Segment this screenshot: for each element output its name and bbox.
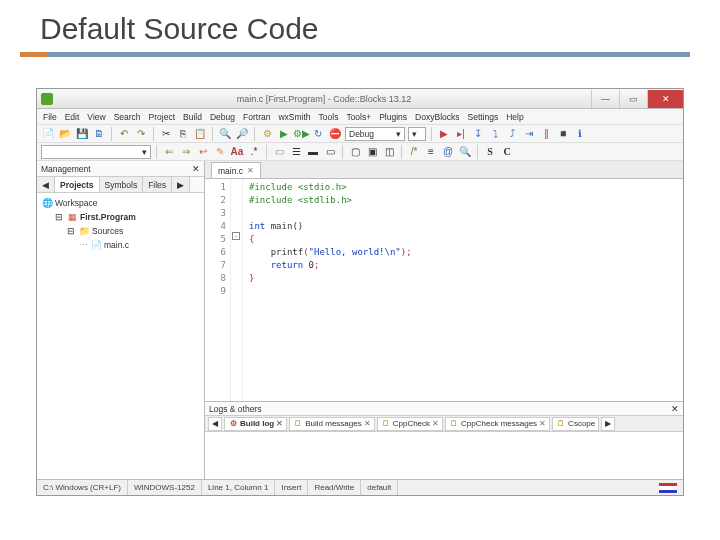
tab-cppcheck[interactable]: 🗒 CppCheck✕ [377,417,443,431]
menu-help[interactable]: Help [506,112,523,122]
search2-icon[interactable]: 🔍 [458,145,472,159]
menu-wxsmith[interactable]: wxSmith [278,112,310,122]
fold-toggle-icon[interactable]: - [232,232,240,240]
save-all-icon[interactable]: 🗎 [92,127,106,141]
find-icon[interactable]: 🔍 [218,127,232,141]
management-nav-prev[interactable]: ◀ [37,177,55,192]
logs-nav-prev[interactable]: ◀ [208,417,222,431]
project-tree[interactable]: 🌐 Workspace ⊟ ▦ First.Program ⊟ 📁 Source… [37,193,204,479]
debug-start-icon[interactable]: ▶ [437,127,451,141]
debug-next-icon[interactable]: ⇥ [522,127,536,141]
debug-info-icon[interactable]: ℹ [573,127,587,141]
letter-s-icon[interactable]: S [483,145,497,159]
logs-nav-next[interactable]: ▶ [601,417,615,431]
tree-file-mainc[interactable]: ⋯ 📄 main.c [42,238,199,252]
frame3-icon[interactable]: ◫ [382,145,396,159]
nav-fwd-icon[interactable]: ⇒ [179,145,193,159]
debug-stop-icon[interactable]: ‖ [539,127,553,141]
logs-close-icon[interactable]: ✕ [671,404,679,414]
menu-search[interactable]: Search [114,112,141,122]
menu-project[interactable]: Project [149,112,175,122]
tab-files[interactable]: Files [143,177,172,192]
menu-toolsplus[interactable]: Tools+ [346,112,371,122]
tab-projects[interactable]: Projects [55,177,100,192]
highlight-icon[interactable]: ✎ [213,145,227,159]
fold-gutter[interactable]: - [231,179,243,401]
comment-icon[interactable]: /* [407,145,421,159]
target-extra-combo[interactable]: ▾ [408,127,426,141]
letter-c-icon[interactable]: C [500,145,514,159]
tab-close-icon[interactable]: ✕ [432,419,439,428]
tab-close-icon[interactable]: ✕ [364,419,371,428]
debug-cursor-icon[interactable]: ▸| [454,127,468,141]
tab-close-icon[interactable]: ✕ [247,166,254,175]
undo-icon[interactable]: ↶ [117,127,131,141]
build-icon[interactable]: ⚙ [260,127,274,141]
build-run-icon[interactable]: ⚙▶ [294,127,308,141]
menu-doxyblocks[interactable]: DoxyBlocks [415,112,459,122]
logs-body[interactable] [205,432,683,479]
tab-cppcheck-messages[interactable]: 🗒 CppCheck messages✕ [445,417,550,431]
save-icon[interactable]: 💾 [75,127,89,141]
frame1-icon[interactable]: ▢ [348,145,362,159]
tree-sources[interactable]: ⊟ 📁 Sources [42,224,199,238]
paste-icon[interactable]: 📋 [193,127,207,141]
nav-last-icon[interactable]: ↩ [196,145,210,159]
menu-file[interactable]: File [43,112,57,122]
scope-combo[interactable]: ▾ [41,145,151,159]
minimize-button[interactable]: — [591,90,619,108]
toolbar-main: 📄 📂 💾 🗎 ↶ ↷ ✂ ⎘ 📋 🔍 🔎 ⚙ ▶ ⚙▶ ↻ ⛔ Debug▾ … [37,125,683,143]
code-content[interactable]: #include <stdio.h> #include <stdlib.h> i… [243,179,683,401]
debug-step-out-icon[interactable]: ⤴ [505,127,519,141]
doc-icon[interactable]: ≡ [424,145,438,159]
run-icon[interactable]: ▶ [277,127,291,141]
menu-fortran[interactable]: Fortran [243,112,270,122]
tab-cscope[interactable]: 🗒 Cscope [552,417,599,431]
tab-close-icon[interactable]: ✕ [276,419,283,428]
cut-icon[interactable]: ✂ [159,127,173,141]
redo-icon[interactable]: ↷ [134,127,148,141]
frame2-icon[interactable]: ▣ [365,145,379,159]
menu-build[interactable]: Build [183,112,202,122]
debug-step-in-icon[interactable]: ⤵ [488,127,502,141]
tab-close-icon[interactable]: ✕ [539,419,546,428]
maximize-button[interactable]: ▭ [619,90,647,108]
menu-debug[interactable]: Debug [210,112,235,122]
code-editor[interactable]: 1 2 3 4 5 6 7 8 9 - #include <stdio.h> #… [205,179,683,401]
regex-icon[interactable]: .* [247,145,261,159]
tab-symbols[interactable]: Symbols [100,177,144,192]
nav-back-icon[interactable]: ⇐ [162,145,176,159]
management-nav-next[interactable]: ▶ [172,177,190,192]
abort-icon[interactable]: ⛔ [328,127,342,141]
new-icon[interactable]: 📄 [41,127,55,141]
replace-icon[interactable]: 🔎 [235,127,249,141]
bookmark-prev-icon[interactable]: ▬ [306,145,320,159]
bookmark-next-icon[interactable]: ▭ [323,145,337,159]
build-target-combo[interactable]: Debug▾ [345,127,405,141]
management-close-icon[interactable]: ✕ [192,164,200,174]
menu-edit[interactable]: Edit [65,112,80,122]
bookmark-icon[interactable]: ☰ [289,145,303,159]
tab-build-log[interactable]: ⚙ Build log✕ [224,417,287,431]
text-style-icon[interactable]: Aa [230,145,244,159]
tab-build-messages[interactable]: 🗒 Build messages✕ [289,417,374,431]
titlebar[interactable]: main.c [First.Program] - Code::Blocks 13… [37,89,683,109]
close-button[interactable]: ✕ [647,90,683,108]
expand-icon[interactable]: ⊟ [66,226,76,236]
menu-plugins[interactable]: Plugins [379,112,407,122]
tree-workspace[interactable]: 🌐 Workspace [42,196,199,210]
menu-tools[interactable]: Tools [319,112,339,122]
debug-break-icon[interactable]: ◾ [556,127,570,141]
debug-step-icon[interactable]: ↧ [471,127,485,141]
menu-settings[interactable]: Settings [468,112,499,122]
menu-view[interactable]: View [87,112,105,122]
flag-icon[interactable] [659,483,677,493]
copy-icon[interactable]: ⎘ [176,127,190,141]
at-icon[interactable]: @ [441,145,455,159]
tree-project[interactable]: ⊟ ▦ First.Program [42,210,199,224]
editor-tab-mainc[interactable]: main.c ✕ [211,162,261,178]
expand-icon[interactable]: ⊟ [54,212,64,222]
selection-icon[interactable]: ▭ [272,145,286,159]
rebuild-icon[interactable]: ↻ [311,127,325,141]
open-icon[interactable]: 📂 [58,127,72,141]
